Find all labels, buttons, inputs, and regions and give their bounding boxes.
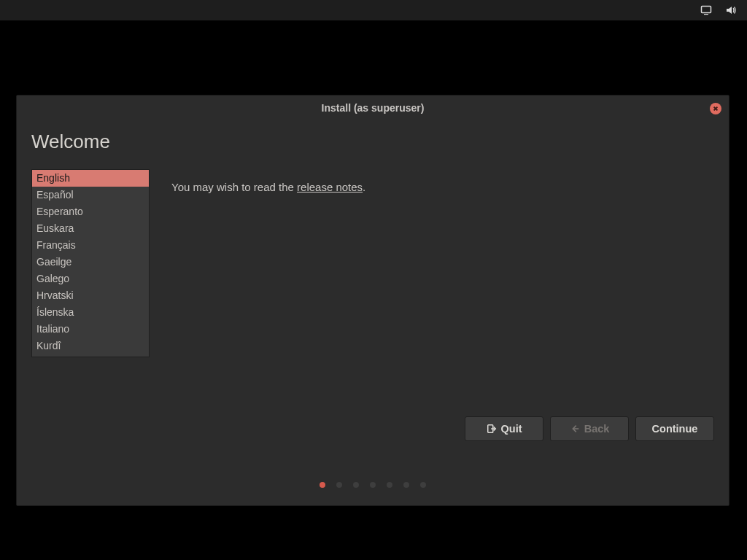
button-row: Quit Back Continue: [17, 408, 729, 441]
progress-dot: [320, 482, 325, 488]
progress-dots: [17, 441, 729, 505]
quit-label: Quit: [501, 423, 522, 435]
system-top-bar: [0, 0, 747, 20]
language-item[interactable]: Kurdî: [32, 338, 149, 354]
release-notes-link[interactable]: release notes: [297, 181, 363, 193]
language-item[interactable]: Italiano: [32, 321, 149, 338]
quit-button[interactable]: Quit: [465, 416, 543, 441]
message-suffix: .: [363, 181, 365, 193]
close-icon: [713, 106, 719, 112]
dialog-title: Install (as superuser): [322, 102, 425, 114]
svg-rect-0: [702, 7, 711, 13]
continue-label: Continue: [652, 423, 698, 435]
back-arrow-icon: [570, 424, 580, 434]
continue-button[interactable]: Continue: [635, 416, 714, 441]
language-item[interactable]: Euskara: [32, 220, 149, 237]
svg-rect-1: [704, 14, 708, 15]
language-item[interactable]: Français: [32, 237, 149, 254]
language-item[interactable]: Esperanto: [32, 203, 149, 220]
content-row: EnglishEspañolEsperantoEuskaraFrançaisGa…: [17, 169, 729, 408]
message-pane: You may wish to read the release notes.: [171, 169, 714, 408]
message-prefix: You may wish to read the: [171, 181, 297, 193]
back-button: Back: [550, 416, 629, 441]
dialog-title-bar: Install (as superuser): [17, 96, 729, 120]
volume-icon[interactable]: [725, 4, 737, 16]
progress-dot: [353, 482, 359, 488]
language-item[interactable]: Gaeilge: [32, 254, 149, 271]
language-item[interactable]: English: [32, 170, 149, 187]
language-item[interactable]: Íslenska: [32, 304, 149, 321]
page-heading: Welcome: [31, 131, 729, 153]
language-item[interactable]: Galego: [32, 271, 149, 287]
language-item[interactable]: Español: [32, 187, 149, 203]
progress-dot: [387, 482, 392, 488]
language-item[interactable]: Hrvatski: [32, 287, 149, 304]
progress-dot: [403, 482, 409, 488]
installer-dialog: Install (as superuser) Welcome EnglishEs…: [16, 95, 729, 506]
back-label: Back: [584, 423, 610, 435]
release-notes-message: You may wish to read the release notes.: [171, 181, 714, 193]
progress-dot: [370, 482, 376, 488]
close-button[interactable]: [710, 103, 721, 114]
display-icon[interactable]: [700, 4, 712, 16]
progress-dot: [336, 482, 342, 488]
quit-icon: [487, 424, 497, 434]
language-list[interactable]: EnglishEspañolEsperantoEuskaraFrançaisGa…: [31, 169, 150, 357]
progress-dot: [420, 482, 426, 488]
